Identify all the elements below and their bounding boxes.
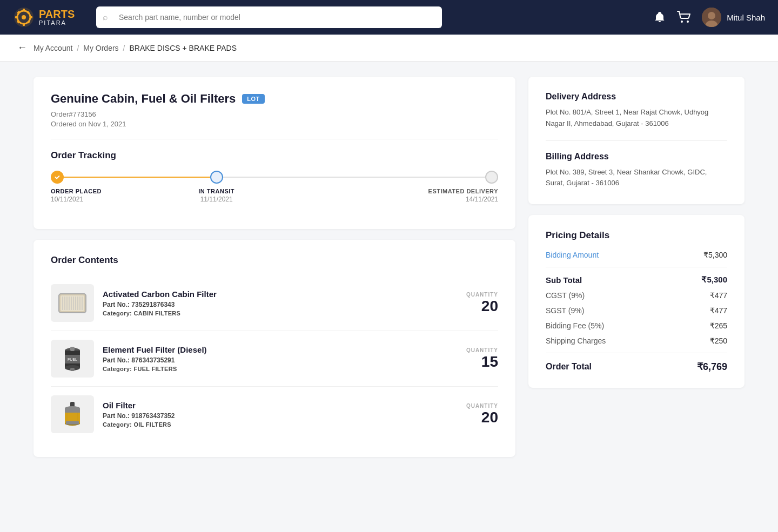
search-input[interactable] (96, 6, 442, 28)
svg-point-16 (53, 173, 61, 181)
category-label-fuel: Category: (103, 366, 132, 372)
header: PARTS PITARA ⌕ (0, 0, 778, 35)
qty-value-oil: 20 (466, 409, 498, 426)
step-label-transit: IN TRANSIT (198, 188, 234, 194)
subtotal-row: Sub Total ₹5,300 (546, 275, 727, 285)
cart-icon (677, 11, 691, 24)
avatar-image (702, 8, 721, 27)
svg-rect-36 (70, 368, 75, 371)
bidding-amount-value: ₹5,300 (703, 251, 727, 259)
part-no-value-oil: 918763437352 (131, 412, 175, 420)
order-title: Genuine Cabin, Fuel & Oil Filters (51, 92, 236, 106)
fuel-filter-image: FUEL (56, 344, 89, 374)
item-cat-oil: Category: OIL FILTERS (103, 421, 457, 428)
total-label: Order Total (546, 362, 592, 372)
cart-button[interactable] (677, 11, 691, 24)
breadcrumb-my-orders[interactable]: My Orders (83, 44, 118, 52)
item-info-oil: Oil Filter Part No.: 918763437352 Catego… (103, 401, 457, 428)
tracking-title: Order Tracking (51, 150, 498, 161)
breadcrumb-current: BRAKE DISCS + BRAKE PADS (130, 44, 237, 52)
breadcrumb: ← My Account / My Orders / BRAKE DISCS +… (0, 35, 778, 62)
tracking-steps: ORDER PLACED 10/11/2021 IN TRANSIT 11/11… (51, 171, 498, 203)
svg-text:FUEL: FUEL (68, 358, 77, 361)
part-no-label: Part No.: (103, 301, 130, 308)
order-date: Ordered on Nov 1, 2021 (51, 120, 498, 128)
breadcrumb-sep-2: / (123, 44, 125, 52)
svg-rect-6 (30, 16, 32, 18)
list-item: FUEL Element Fuel Filter (Diesel) Part N… (51, 331, 498, 387)
svg-rect-4 (23, 23, 25, 26)
item-part-fuel: Part No.: 876343735291 (103, 356, 457, 364)
search-icon: ⌕ (103, 12, 108, 22)
bidding-amount-label[interactable]: Bidding Amount (546, 251, 599, 259)
part-no-label-oil: Part No.: (103, 412, 130, 420)
cgst-row: CGST (9%) ₹477 (546, 291, 727, 300)
back-button[interactable]: ← (17, 42, 27, 53)
svg-point-2 (22, 15, 26, 19)
sgst-row: SGST (9%) ₹477 (546, 306, 727, 315)
bidding-amount-row: Bidding Amount ₹5,300 (546, 251, 727, 259)
contents-title: Order Contents (51, 255, 498, 266)
part-no-label-fuel: Part No.: (103, 356, 130, 364)
category-label-oil: Category: (103, 421, 132, 428)
subtotal-value: ₹5,300 (701, 275, 727, 285)
tracking-step-delivery: ESTIMATED DELIVERY 14/11/2021 (428, 171, 498, 203)
item-cat-fuel: Category: FUEL FILTERS (103, 365, 457, 373)
breadcrumb-sep-1: / (77, 44, 79, 52)
svg-rect-18 (61, 295, 84, 311)
check-icon (53, 173, 61, 181)
item-cat-cabin: Category: CABIN FILTERS (103, 309, 457, 317)
item-image-cabin (51, 284, 94, 322)
bell-icon (653, 11, 666, 24)
qty-label-oil: QUANTITY (466, 403, 498, 409)
divider-1 (51, 139, 498, 139)
logo: PARTS PITARA (13, 6, 83, 28)
item-image-oil (51, 395, 94, 433)
tracking-container: ORDER PLACED 10/11/2021 IN TRANSIT 11/11… (51, 171, 498, 214)
step-dot-placed (51, 171, 64, 184)
sgst-label: SGST (9%) (546, 306, 584, 315)
avatar (702, 8, 721, 27)
address-card: Delivery Address Plot No. 801/A, Street … (528, 77, 745, 204)
item-info-cabin: Activated Carbon Cabin Filter Part No.: … (103, 289, 457, 317)
badge-lot: LOT (242, 94, 265, 104)
total-row: Order Total ₹6,769 (546, 361, 727, 373)
step-label-delivery: ESTIMATED DELIVERY (428, 188, 498, 194)
order-info-card: Genuine Cabin, Fuel & Oil Filters LOT Or… (33, 77, 515, 229)
step-date-transit: 11/11/2021 (200, 196, 233, 203)
part-no-value-fuel: 876343735291 (131, 356, 175, 364)
bidding-fee-label: Bidding Fee (5%) (546, 321, 604, 330)
svg-rect-43 (66, 421, 79, 425)
svg-rect-5 (15, 16, 18, 18)
billing-title: Billing Address (546, 152, 727, 161)
svg-point-14 (708, 12, 715, 19)
step-label-placed: ORDER PLACED (51, 188, 102, 194)
pricing-card: Pricing Details Bidding Amount ₹5,300 Su… (528, 215, 745, 388)
subtotal-label: Sub Total (546, 275, 582, 285)
breadcrumb-my-account[interactable]: My Account (33, 44, 72, 52)
user-area[interactable]: Mitul Shah (702, 8, 765, 27)
item-info-fuel: Element Fuel Filter (Diesel) Part No.: 8… (103, 345, 457, 373)
sgst-value: ₹477 (710, 306, 727, 315)
shipping-label: Shipping Charges (546, 336, 606, 345)
qty-label-fuel: QUANTITY (466, 347, 498, 353)
category-value-cabin: CABIN FILTERS (133, 310, 180, 316)
oil-filter-image (56, 400, 89, 429)
logo-text: PARTS (39, 9, 75, 19)
step-date-delivery: 14/11/2021 (466, 196, 498, 203)
logo-sub: PITARA (39, 19, 75, 26)
category-value-oil: OIL FILTERS (133, 421, 171, 428)
qty-value-cabin: 20 (466, 298, 498, 315)
item-name-fuel: Element Fuel Filter (Diesel) (103, 345, 457, 354)
right-panel: Delivery Address Plot No. 801/A, Street … (528, 77, 745, 457)
item-name-oil: Oil Filter (103, 401, 457, 410)
notification-button[interactable] (653, 11, 666, 24)
tracking-step-placed: ORDER PLACED 10/11/2021 (51, 171, 102, 203)
svg-rect-35 (70, 347, 75, 351)
cabin-filter-image (56, 288, 89, 318)
user-name: Mitul Shah (727, 13, 765, 22)
qty-value-fuel: 15 (466, 353, 498, 371)
cgst-label: CGST (9%) (546, 291, 585, 300)
step-dot-transit (210, 171, 223, 184)
qty-label-cabin: QUANTITY (466, 292, 498, 298)
